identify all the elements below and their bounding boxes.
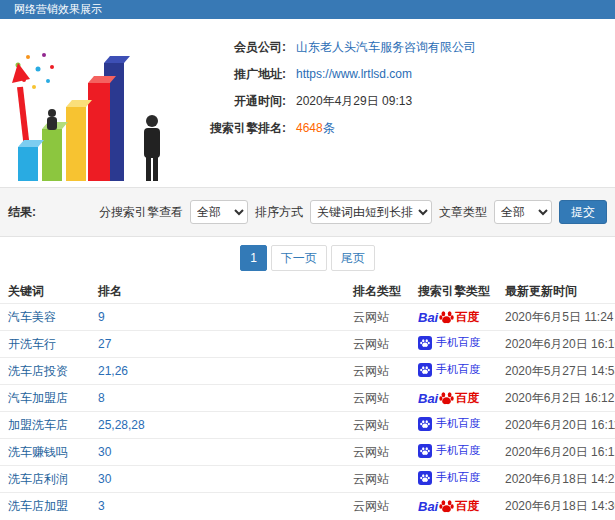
rank-type-value: 云网站 (353, 337, 389, 351)
submit-button[interactable]: 提交 (559, 200, 607, 224)
url-label: 推广地址: (178, 66, 286, 82)
baidu-pc-logo: Bai 百度 (418, 309, 479, 326)
company-label: 会员公司: (178, 39, 286, 55)
baidu-paw-icon (439, 499, 454, 514)
info-row-url: 推广地址: https://www.lrtlsd.com (178, 66, 615, 82)
update-time-value: 2020年6月5日 11:24 (505, 310, 614, 324)
keyword-link[interactable]: 汽车加盟店 (8, 391, 68, 405)
open-time-value: 2020年4月29日 09:13 (296, 93, 412, 109)
mobile-baidu-paw-icon (418, 363, 432, 377)
rank-unit: 条 (323, 121, 335, 135)
pagination: 1 下一页 尾页 (0, 237, 615, 277)
baidu-mobile-logo: 手机百度 (418, 362, 480, 377)
keyword-link[interactable]: 加盟洗车店 (8, 418, 68, 432)
engine-filter-label: 分搜索引擎查看 (99, 204, 183, 221)
next-page-button[interactable]: 下一页 (271, 245, 327, 271)
result-label: 结果: (8, 204, 36, 221)
keyword-link[interactable]: 汽车美容 (8, 310, 56, 324)
last-page-button[interactable]: 尾页 (331, 245, 375, 271)
table-row: 洗车赚钱吗 30 云网站 手机百度 2020年6月20日 16:12 (0, 438, 615, 465)
mobile-baidu-paw-icon (418, 471, 432, 485)
bar-chart-illustration (0, 25, 178, 185)
article-type-select[interactable]: 全部 (494, 200, 552, 224)
mobile-baidu-text: 手机百度 (436, 335, 480, 350)
article-type-label: 文章类型 (439, 204, 487, 221)
mobile-baidu-paw-icon (418, 336, 432, 350)
header-keyword: 关键词 (0, 283, 90, 300)
rank-value: 30 (98, 445, 111, 459)
mobile-baidu-text: 手机百度 (436, 443, 480, 458)
baidu-du-text: 百度 (455, 309, 479, 326)
promotion-url-link[interactable]: https://www.lrtlsd.com (296, 67, 412, 81)
rank-value: 9 (98, 310, 105, 324)
info-row-open-time: 开通时间: 2020年4月29日 09:13 (178, 93, 615, 109)
baidu-bai-text: Bai (418, 499, 438, 514)
rank-label: 搜索引擎排名: (178, 120, 286, 136)
header-engine-type: 搜索引擎类型 (410, 283, 497, 300)
baidu-paw-icon (439, 391, 454, 406)
info-row-company: 会员公司: 山东老人头汽车服务咨询有限公司 (178, 39, 615, 55)
baidu-mobile-logo: 手机百度 (418, 416, 480, 431)
baidu-pc-logo: Bai 百度 (418, 498, 479, 515)
baidu-bai-text: Bai (418, 391, 438, 406)
mobile-baidu-text: 手机百度 (436, 470, 480, 485)
top-section: 会员公司: 山东老人头汽车服务咨询有限公司 推广地址: https://www.… (0, 19, 615, 187)
table-row: 洗车店加盟 3 云网站 Bai 百度 2020年6月18日 14:30 (0, 492, 615, 519)
keyword-link[interactable]: 洗车店投资 (8, 364, 68, 378)
update-time-value: 2020年6月20日 16:12 (505, 445, 615, 459)
baidu-paw-icon (439, 310, 454, 325)
rank-value: 30 (98, 472, 111, 486)
table-row: 加盟洗车店 25,28,28 云网站 手机百度 2020年6月20日 16:11 (0, 411, 615, 438)
rank-type-value: 云网站 (353, 364, 389, 378)
rank-value: 21,26 (98, 364, 128, 378)
keyword-link[interactable]: 洗车店加盟 (8, 499, 68, 513)
rank-type-value: 云网站 (353, 391, 389, 405)
table-row: 汽车美容 9 云网站 Bai 百度 2020年6月5日 11:24 (0, 303, 615, 330)
baidu-mobile-logo: 手机百度 (418, 470, 480, 485)
mobile-baidu-paw-icon (418, 444, 432, 458)
baidu-pc-logo: Bai 百度 (418, 390, 479, 407)
keyword-link[interactable]: 洗车店利润 (8, 472, 68, 486)
mobile-baidu-text: 手机百度 (436, 362, 480, 377)
rank-value: 27 (98, 337, 111, 351)
baidu-mobile-logo: 手机百度 (418, 335, 480, 350)
rank-type-value: 云网站 (353, 445, 389, 459)
table-body: 汽车美容 9 云网站 Bai 百度 2020年6月5日 11:24 开洗车行 2… (0, 303, 615, 519)
update-time-value: 2020年6月2日 16:12 (505, 391, 614, 405)
update-time-value: 2020年5月27日 14:58 (505, 364, 615, 378)
update-time-value: 2020年6月20日 16:16 (505, 337, 615, 351)
page-title: 网络营销效果展示 (14, 3, 102, 15)
table-header-row: 关键词 排名 排名类型 搜索引擎类型 最新更新时间 (0, 279, 615, 303)
rank-type-value: 云网站 (353, 310, 389, 324)
rank-count-value: 4648 (296, 121, 323, 135)
filter-bar: 结果: 分搜索引擎查看 全部 排序方式 关键词由短到长排序 文章类型 全部 提交 (0, 187, 615, 237)
update-time-value: 2020年6月18日 14:27 (505, 472, 615, 486)
baidu-bai-text: Bai (418, 310, 438, 325)
rank-value: 3 (98, 499, 105, 513)
sort-select[interactable]: 关键词由短到长排序 (310, 200, 432, 224)
baidu-du-text: 百度 (455, 498, 479, 515)
update-time-value: 2020年6月18日 14:30 (505, 499, 615, 513)
keyword-link[interactable]: 开洗车行 (8, 337, 56, 351)
keyword-link[interactable]: 洗车赚钱吗 (8, 445, 68, 459)
rank-value: 25,28,28 (98, 418, 145, 432)
page-1-button[interactable]: 1 (240, 245, 267, 271)
info-row-rank: 搜索引擎排名: 4648条 (178, 120, 615, 136)
rank-type-value: 云网站 (353, 418, 389, 432)
header-rank-type: 排名类型 (345, 283, 410, 300)
growth-chart-graphic (0, 25, 178, 185)
engine-filter-select[interactable]: 全部 (190, 200, 248, 224)
table-row: 洗车店投资 21,26 云网站 手机百度 2020年5月27日 14:58 (0, 357, 615, 384)
rank-type-value: 云网站 (353, 472, 389, 486)
results-table: 关键词 排名 排名类型 搜索引擎类型 最新更新时间 汽车美容 9 云网站 Bai… (0, 279, 615, 519)
update-time-value: 2020年6月20日 16:11 (505, 418, 615, 432)
company-link[interactable]: 山东老人头汽车服务咨询有限公司 (296, 40, 476, 54)
baidu-mobile-logo: 手机百度 (418, 443, 480, 458)
mobile-baidu-paw-icon (418, 417, 432, 431)
table-row: 汽车加盟店 8 云网站 Bai 百度 2020年6月2日 16:12 (0, 384, 615, 411)
header-rank: 排名 (90, 283, 345, 300)
rank-value: 8 (98, 391, 105, 405)
top-header-bar: 网络营销效果展示 (0, 0, 615, 19)
table-row: 洗车店利润 30 云网站 手机百度 2020年6月18日 14:27 (0, 465, 615, 492)
baidu-du-text: 百度 (455, 390, 479, 407)
